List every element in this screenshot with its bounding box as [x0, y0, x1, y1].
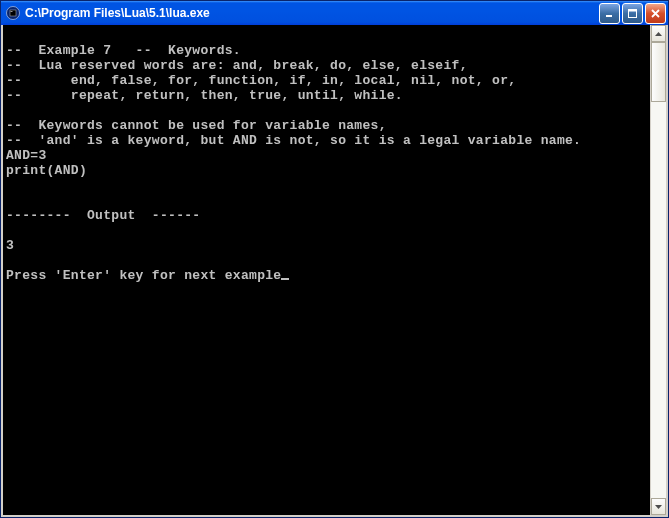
svg-rect-5	[629, 9, 637, 11]
vertical-scrollbar[interactable]	[650, 25, 666, 515]
scroll-thumb[interactable]	[651, 42, 666, 102]
console-output[interactable]: -- Example 7 -- Keywords. -- Lua reserve…	[3, 25, 650, 515]
titlebar[interactable]: C:\Program Files\Lua\5.1\lua.exe	[1, 1, 668, 25]
close-button[interactable]	[645, 3, 666, 24]
text-cursor	[281, 278, 289, 280]
console-window: C:\Program Files\Lua\5.1\lua.exe -- Exam…	[0, 0, 669, 518]
window-title: C:\Program Files\Lua\5.1\lua.exe	[25, 6, 599, 20]
svg-rect-2	[11, 11, 13, 12]
svg-rect-1	[10, 10, 16, 16]
svg-rect-3	[606, 15, 612, 17]
client-area: -- Example 7 -- Keywords. -- Lua reserve…	[1, 25, 668, 517]
console-icon	[5, 5, 21, 21]
maximize-button[interactable]	[622, 3, 643, 24]
scroll-up-button[interactable]	[651, 25, 666, 42]
scroll-down-button[interactable]	[651, 498, 666, 515]
window-buttons	[599, 3, 666, 24]
scroll-track[interactable]	[651, 42, 666, 498]
minimize-button[interactable]	[599, 3, 620, 24]
